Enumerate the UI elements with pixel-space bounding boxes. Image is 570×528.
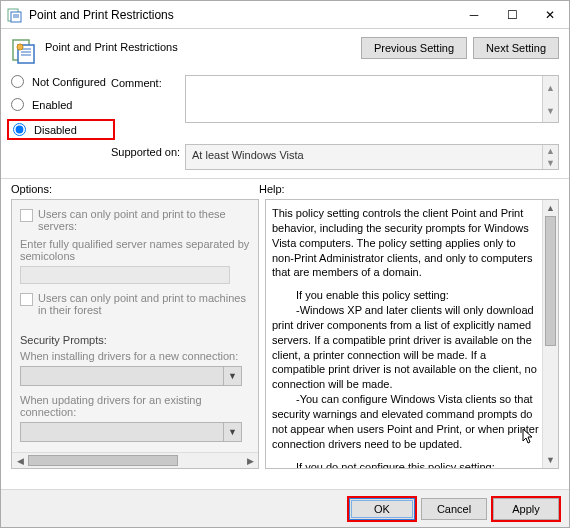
servers-input (20, 266, 230, 284)
checkbox-icon (20, 293, 33, 306)
help-paragraph: If you enable this policy setting: (272, 288, 540, 303)
titlebar[interactable]: Point and Print Restrictions ─ ☐ ✕ (1, 1, 569, 29)
security-prompts-label: Security Prompts: (20, 334, 250, 346)
scroll-right-icon[interactable]: ▶ (242, 453, 258, 468)
help-pane: This policy setting controls the client … (265, 199, 559, 469)
options-heading: Options: (11, 183, 259, 195)
comment-scroll-down-icon[interactable]: ▼ (543, 99, 558, 122)
supported-on-text: At least Windows Vista ▲ ▼ (185, 144, 559, 170)
cancel-button[interactable]: Cancel (421, 498, 487, 520)
close-button[interactable]: ✕ (531, 1, 569, 29)
help-vertical-scrollbar[interactable]: ▲ ▼ (542, 200, 558, 468)
help-heading: Help: (259, 183, 285, 195)
update-driver-dropdown: ▼ (20, 422, 242, 442)
options-horizontal-scrollbar[interactable]: ◀ ▶ (12, 452, 258, 468)
window-title: Point and Print Restrictions (29, 8, 455, 22)
radio-not-configured[interactable]: Not Configured (11, 75, 111, 88)
help-paragraph: -Windows XP and later clients will only … (272, 303, 540, 392)
state-radio-group: Not Configured Enabled Disabled (11, 75, 111, 138)
chevron-down-icon: ▼ (223, 423, 241, 441)
supported-on-label: Supported on: (111, 144, 185, 170)
maximize-button[interactable]: ☐ (493, 1, 531, 29)
next-setting-button[interactable]: Next Setting (473, 37, 559, 59)
previous-setting-button[interactable]: Previous Setting (361, 37, 467, 59)
dialog-window: Point and Print Restrictions ─ ☐ ✕ Point… (0, 0, 570, 528)
supported-scroll-down-icon[interactable]: ▼ (543, 157, 558, 169)
dialog-footer: OK Cancel Apply (1, 489, 569, 527)
policy-icon (11, 37, 39, 65)
scroll-down-icon[interactable]: ▼ (543, 452, 558, 468)
minimize-button[interactable]: ─ (455, 1, 493, 29)
update-driver-label: When updating drivers for an existing co… (20, 394, 250, 418)
install-driver-dropdown: ▼ (20, 366, 242, 386)
help-paragraph: -You can configure Windows Vista clients… (272, 392, 540, 451)
radio-enabled[interactable]: Enabled (11, 98, 111, 111)
servers-hint: Enter fully qualified server names separ… (20, 238, 250, 262)
mouse-cursor-icon (522, 428, 536, 446)
checkbox-forest: Users can only point and print to machin… (20, 292, 250, 316)
svg-point-9 (17, 44, 23, 50)
install-driver-label: When installing drivers for a new connec… (20, 350, 250, 362)
options-pane: Users can only point and print to these … (11, 199, 259, 469)
comment-scroll-up-icon[interactable]: ▲ (543, 76, 558, 99)
comment-label: Comment: (111, 75, 185, 89)
scroll-left-icon[interactable]: ◀ (12, 453, 28, 468)
help-paragraph: If you do not configure this policy sett… (272, 460, 540, 470)
chevron-down-icon: ▼ (223, 367, 241, 385)
policy-title: Point and Print Restrictions (45, 37, 361, 53)
radio-disabled[interactable]: Disabled (13, 123, 109, 136)
ok-button[interactable]: OK (349, 498, 415, 520)
checkbox-icon (20, 209, 33, 222)
help-paragraph: This policy setting controls the client … (272, 206, 540, 280)
supported-scroll-up-icon[interactable]: ▲ (543, 145, 558, 157)
highlight-disabled: Disabled (7, 119, 115, 140)
comment-textarea[interactable]: ▲ ▼ (185, 75, 559, 123)
apply-button[interactable]: Apply (493, 498, 559, 520)
dialog-content: Point and Print Restrictions Previous Se… (1, 29, 569, 489)
checkbox-servers: Users can only point and print to these … (20, 208, 250, 232)
policy-titlebar-icon (7, 7, 23, 23)
scroll-up-icon[interactable]: ▲ (543, 200, 558, 216)
